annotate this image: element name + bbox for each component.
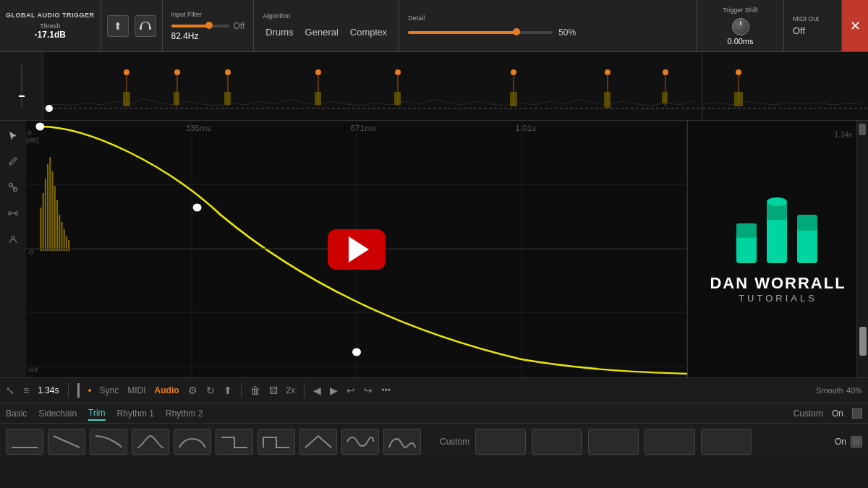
shape-triangle[interactable] [299, 429, 337, 455]
svg-rect-1 [149, 27, 151, 30]
svg-rect-29 [702, 52, 868, 121]
svg-rect-66 [61, 222, 62, 251]
tab-right: Custom On [793, 408, 862, 419]
logo-subtitle: TUTORIALS [739, 293, 817, 304]
redo-icon[interactable]: ↪ [364, 385, 373, 396]
trigger-shift-knob[interactable] [732, 18, 749, 35]
custom-section-label: Custom [440, 437, 469, 447]
input-filter-value: 82.4Hz [171, 31, 245, 41]
shape-curve-concave[interactable] [90, 429, 127, 455]
input-filter-label: Input Filter [171, 11, 245, 18]
shape-ramp-down[interactable] [48, 429, 85, 455]
svg-rect-79 [797, 215, 817, 231]
custom-slot-3[interactable] [588, 429, 639, 455]
upload-tool-icon[interactable]: ⬆ [224, 385, 232, 396]
prev-button[interactable]: ◀ [313, 385, 321, 396]
algorithm-label: Algorithm [263, 12, 390, 20]
midi-button[interactable]: MIDI [127, 385, 145, 395]
custom-slot-2[interactable] [532, 429, 582, 455]
trigger-shift-section: Trigger Shift 0.00ms [697, 0, 784, 51]
waveform-main[interactable] [43, 52, 702, 120]
tab-basic[interactable]: Basic [6, 407, 27, 420]
lines-icon[interactable]: ≡ [23, 385, 29, 396]
audio-button[interactable]: Audio [155, 385, 179, 395]
node-tool[interactable] [6, 180, 20, 194]
side-tools [6, 128, 20, 247]
on-checkbox[interactable] [852, 408, 862, 419]
audio-dot [88, 389, 91, 392]
tab-rhythm2[interactable]: Rhythm 2 [166, 407, 203, 420]
thresh-label: Thresh [40, 22, 60, 30]
on-label: On [832, 408, 843, 419]
svg-point-22 [605, 69, 610, 75]
svg-rect-26 [662, 92, 668, 103]
smooth-value[interactable]: 40% [846, 386, 862, 395]
expand-button[interactable]: ⤡ [6, 385, 14, 396]
pencil-tool[interactable] [6, 154, 20, 168]
play-button[interactable] [328, 229, 386, 270]
detail-slider[interactable] [408, 31, 553, 34]
svg-point-71 [193, 204, 201, 211]
algo-complex[interactable]: Complex [347, 25, 390, 39]
trash-button[interactable]: 🗑 [250, 385, 260, 396]
duration-display[interactable]: 1.34s [38, 385, 59, 395]
svg-text:-Inf: -Inf [27, 367, 38, 374]
dice-icon[interactable]: ⚄ [269, 385, 278, 396]
svg-rect-17 [394, 92, 401, 105]
bar-icon [77, 383, 80, 398]
line-tool[interactable] [6, 206, 20, 221]
svg-rect-58 [43, 193, 44, 251]
svg-rect-60 [47, 164, 48, 251]
curve-tool[interactable] [6, 232, 20, 247]
envelope-panel[interactable]: 335ms 671ms 1.01s 0 [dB] -0 -Inf [26, 121, 687, 377]
svg-text:-0: -0 [27, 249, 34, 256]
more-button[interactable]: ••• [381, 385, 391, 395]
bottom-tabs: Basic Sidechain Trim Rhythm 1 Rhythm 2 C… [0, 403, 868, 424]
close-button[interactable]: ✕ [842, 0, 868, 51]
tab-rhythm1[interactable]: Rhythm 1 [117, 407, 154, 420]
svg-point-70 [36, 123, 44, 130]
tab-trim[interactable]: Trim [88, 406, 106, 421]
undo-icon[interactable]: ↩ [346, 385, 355, 396]
gear-icon[interactable]: ⚙ [188, 385, 197, 396]
svg-rect-14 [315, 92, 321, 105]
svg-point-28 [46, 105, 53, 112]
svg-point-25 [663, 69, 668, 75]
svg-text:1.01s: 1.01s [515, 124, 536, 132]
algorithm-buttons: Drums General Complex [263, 25, 390, 39]
shape-double-bump[interactable] [383, 429, 421, 455]
main-area: 335ms 671ms 1.01s 0 [dB] -0 -Inf [0, 121, 868, 377]
multiplier-button[interactable]: 2x [286, 385, 296, 395]
svg-rect-61 [49, 157, 51, 251]
side-scrollbar[interactable] [856, 121, 868, 377]
svg-text:335ms: 335ms [185, 124, 211, 132]
shape-row: Custom On [0, 424, 868, 460]
top-bar: GLOBAL AUDIO TRIGGER Thresh -17.1dB ⬆ In… [0, 0, 868, 52]
shape-step[interactable] [216, 429, 253, 455]
loop-icon[interactable]: ↻ [206, 385, 215, 396]
thresh-value: -17.1dB [35, 30, 66, 40]
shape-bump[interactable] [174, 429, 211, 455]
custom-slot-4[interactable] [644, 429, 695, 455]
cursor-tool[interactable] [6, 128, 20, 142]
scrollbar-thumb[interactable] [859, 327, 867, 356]
upload-button[interactable]: ⬆ [107, 15, 129, 37]
svg-text:[dB]: [dB] [26, 137, 38, 144]
shape-sine[interactable] [341, 429, 379, 455]
algo-general[interactable]: General [302, 25, 341, 39]
tab-sidechain[interactable]: Sidechain [38, 407, 77, 420]
shape-flat[interactable] [6, 429, 43, 455]
play-tool-button[interactable]: ▶ [330, 385, 338, 396]
input-filter-slider[interactable] [171, 25, 229, 27]
headphone-button[interactable] [135, 15, 156, 37]
svg-rect-62 [51, 171, 53, 251]
divider-3 [304, 383, 305, 398]
shape-s-curve[interactable] [132, 429, 169, 455]
shape-on-checkbox[interactable] [851, 436, 862, 448]
custom-slot-1[interactable] [475, 429, 526, 455]
custom-slot-5[interactable] [701, 429, 752, 455]
shape-square-pulse[interactable] [258, 429, 295, 455]
svg-rect-69 [68, 240, 69, 251]
sync-button[interactable]: Sync [100, 385, 119, 395]
algo-drums[interactable]: Drums [263, 25, 296, 39]
